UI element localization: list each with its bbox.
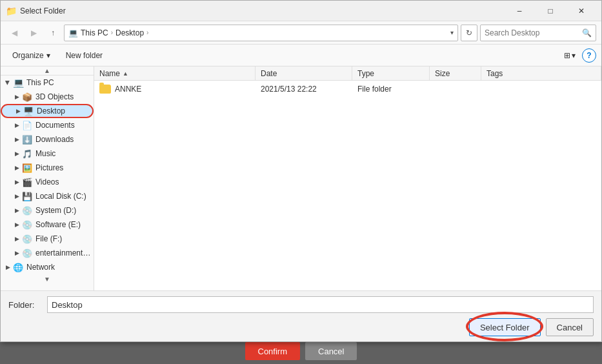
sidebar-item-this-pc[interactable]: ▶ 💻 This PC [1, 76, 94, 90]
help-button[interactable]: ? [582, 48, 596, 63]
sidebar-scroll-down[interactable]: ▼ [1, 274, 94, 283]
organize-arrow-icon: ▾ [46, 51, 50, 60]
file-cell-size [430, 81, 481, 97]
refresh-button[interactable]: ↻ [461, 25, 477, 41]
music-icon: 🎵 [21, 148, 33, 159]
toolbar-right: ⊞ ▾ ? [560, 47, 596, 64]
folder-label: Folder: [8, 300, 41, 310]
expand-arrow-music: ▶ [12, 150, 21, 157]
forward-button[interactable]: ▶ [25, 25, 42, 41]
software-e-icon: 💿 [21, 219, 33, 230]
new-folder-label: New folder [66, 51, 103, 60]
sidebar-item-system-d[interactable]: ▶ 💿 System (D:) [1, 203, 94, 217]
file-cell-type: File folder [352, 81, 430, 97]
sidebar-label-local-disk-c: Local Disk (C:) [35, 192, 86, 201]
file-name-label: ANNKE [115, 85, 141, 94]
sidebar-item-software-e[interactable]: ▶ 💿 Software (E:) [1, 217, 94, 232]
local-disk-c-icon: 💾 [21, 191, 33, 201]
breadcrumb-thispc[interactable]: This PC [81, 28, 108, 37]
search-input[interactable] [485, 28, 582, 37]
close-button[interactable]: ✕ [567, 1, 596, 21]
folder-input[interactable] [47, 296, 594, 313]
toolbar: Organize ▾ New folder ⊞ ▾ ? [1, 45, 601, 66]
col-header-date[interactable]: Date [256, 66, 352, 80]
network-icon: 🌐 [12, 262, 24, 272]
col-header-size[interactable]: Size [430, 66, 481, 80]
sidebar-scroll-up[interactable]: ▲ [1, 66, 94, 76]
sidebar-label-software-e: Software (E:) [35, 220, 81, 229]
new-folder-button[interactable]: New folder [59, 47, 109, 64]
file-cell-name: ANNKE [94, 81, 256, 97]
confirm-button-bg[interactable]: Confirm [245, 342, 301, 360]
sidebar-label-file-f: File (F:) [35, 234, 62, 243]
file-cell-tags [481, 81, 601, 97]
sidebar-item-file-f[interactable]: ▶ 💿 File (F:) [1, 232, 94, 246]
maximize-button[interactable]: □ [536, 1, 565, 21]
main-content: ▲ ▶ 💻 This PC ▶ 📦 3D Objects ▶ [1, 66, 601, 290]
sidebar-label-music: Music [35, 149, 55, 158]
breadcrumb-desktop[interactable]: Desktop [115, 28, 144, 37]
col-size-label: Size [435, 69, 450, 78]
sidebar-label-documents: Documents [35, 121, 75, 130]
back-button[interactable]: ◀ [6, 25, 23, 41]
breadcrumb-icon: 💻 [68, 28, 78, 37]
expand-arrow-downloads: ▶ [12, 136, 21, 143]
sidebar-item-documents[interactable]: ▶ 📄 Documents [1, 118, 94, 132]
sidebar-item-videos[interactable]: ▶ 🎬 Videos [1, 175, 94, 189]
sidebar-item-network[interactable]: ▶ 🌐 Network [1, 260, 94, 274]
sidebar: ▲ ▶ 💻 This PC ▶ 📦 3D Objects ▶ [1, 66, 94, 290]
cancel-button[interactable]: Cancel [546, 318, 594, 336]
col-name-label: Name [99, 69, 120, 78]
bottom-buttons-wrapper: Select Folder Cancel [8, 318, 594, 336]
expand-arrow-network: ▶ [3, 264, 12, 270]
col-header-name[interactable]: Name ▲ [94, 66, 256, 80]
select-folder-button[interactable]: Select Folder [469, 318, 541, 336]
desktop-icon: 🖥️ [23, 106, 34, 116]
col-header-tags[interactable]: Tags [481, 66, 601, 80]
expand-arrow-3d-objects: ▶ [12, 94, 21, 100]
sidebar-item-3d-objects[interactable]: ▶ 📦 3D Objects [1, 90, 94, 104]
dialog-title: Select Folder [20, 6, 505, 15]
table-row[interactable]: ANNKE 2021/5/13 22:22 File folder [94, 81, 601, 97]
sidebar-item-pictures[interactable]: ▶ 🖼️ Pictures [1, 161, 94, 175]
sidebar-label-videos: Videos [35, 177, 59, 187]
sidebar-label-pictures: Pictures [35, 163, 63, 172]
expand-arrow-local-c: ▶ [12, 193, 21, 199]
organize-button[interactable]: Organize ▾ [6, 47, 57, 64]
sidebar-label-system-d: System (D:) [35, 206, 76, 215]
breadcrumb-dropdown[interactable]: ▾ [450, 29, 454, 36]
sidebar-label-network: Network [26, 263, 55, 272]
col-tags-label: Tags [487, 69, 503, 78]
col-type-label: Type [357, 69, 374, 78]
file-cell-date: 2021/5/13 22:22 [256, 81, 352, 97]
expand-arrow-entertainment: ▶ [12, 250, 21, 256]
expand-arrow-documents: ▶ [12, 122, 21, 128]
minimize-button[interactable]: – [505, 1, 534, 21]
search-icon: 🔍 [582, 28, 592, 37]
sidebar-item-music[interactable]: ▶ 🎵 Music [1, 147, 94, 161]
breadcrumb-sep1: › [111, 29, 113, 36]
col-header-type[interactable]: Type [352, 66, 430, 80]
up-button[interactable]: ↑ [45, 25, 61, 41]
3d-objects-icon: 📦 [21, 92, 33, 102]
select-folder-dialog: 📁 Select Folder – □ ✕ ◀ ▶ ↑ 💻 This PC › … [0, 0, 602, 342]
downloads-icon: ⬇️ [21, 134, 33, 145]
bottom-bar: Folder: Select Folder Cancel [1, 290, 601, 341]
sidebar-item-desktop[interactable]: ▶ 🖥️ Desktop [1, 104, 94, 118]
view-button[interactable]: ⊞ ▾ [560, 47, 579, 64]
sidebar-item-downloads[interactable]: ▶ ⬇️ Downloads [1, 132, 94, 147]
file-list-header: Name ▲ Date Type Size Tags [94, 66, 601, 81]
cancel-button-bg[interactable]: Cancel [305, 342, 357, 360]
file-list: Name ▲ Date Type Size Tags [94, 66, 601, 290]
sidebar-label-downloads: Downloads [35, 135, 74, 144]
sidebar-item-local-disk-c[interactable]: ▶ 💾 Local Disk (C:) [1, 189, 94, 203]
folder-icon-small [99, 85, 111, 94]
expand-arrow-this-pc: ▶ [5, 78, 11, 87]
sidebar-label-entertainment: entertainment (C [35, 248, 91, 258]
col-date-label: Date [261, 69, 277, 78]
sidebar-label-this-pc: This PC [26, 78, 54, 87]
sidebar-item-entertainment[interactable]: ▶ 💿 entertainment (C [1, 246, 94, 260]
view-icon: ⊞ [564, 51, 570, 60]
breadcrumb-sep2: › [146, 29, 148, 36]
expand-arrow-desktop: ▶ [14, 108, 23, 114]
